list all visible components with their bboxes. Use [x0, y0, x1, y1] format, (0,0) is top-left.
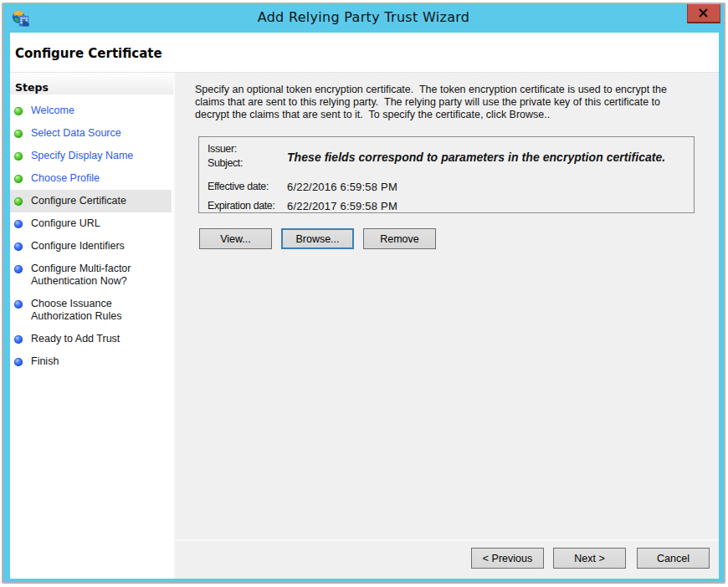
title-bar: Add Relying Party Trust Wizard [3, 4, 724, 33]
remove-button[interactable]: Remove [363, 228, 436, 249]
step-done-dot-icon [14, 197, 23, 206]
effective-date-label: Effective date: [208, 181, 269, 193]
step-label: Specify Display Name [31, 150, 133, 162]
steps-sidebar: Steps Welcome Select Data Source Specify… [10, 73, 173, 579]
next-button[interactable]: Next > [553, 548, 626, 569]
step-item-finish[interactable]: Finish [10, 350, 172, 373]
wizard-window: Add Relying Party Trust Wizard Configure… [2, 3, 725, 584]
step-done-dot-icon [14, 107, 23, 115]
step-label: Configure Identifiers [31, 240, 125, 253]
close-icon [699, 8, 708, 18]
step-todo-dot-icon [14, 242, 23, 251]
step-item-choose-issuance-rules[interactable]: Choose Issuance Authorization Rules [10, 293, 172, 328]
step-done-dot-icon [14, 175, 23, 183]
window-title: Add Relying Party Trust Wizard [3, 4, 724, 33]
expiration-date-label: Expiration date: [208, 200, 274, 212]
step-item-choose-profile[interactable]: Choose Profile [10, 167, 172, 190]
step-done-dot-icon [14, 152, 23, 161]
content-pane: Specify an optional token encryption cer… [175, 73, 719, 579]
view-button[interactable]: View... [199, 228, 272, 249]
step-done-dot-icon [14, 130, 23, 138]
steps-list: Welcome Select Data Source Specify Displ… [10, 100, 172, 373]
step-item-welcome[interactable]: Welcome [10, 100, 172, 122]
step-label: Welcome [31, 105, 74, 117]
step-label: Finish [31, 355, 59, 368]
step-label: Configure Certificate [31, 195, 126, 207]
page-title: Configure Certificate [15, 33, 162, 72]
close-button[interactable] [687, 4, 720, 23]
step-item-configure-multi-factor[interactable]: Configure Multi-factor Authentication No… [10, 258, 172, 293]
step-item-configure-certificate[interactable]: Configure Certificate [10, 190, 172, 212]
wizard-dialog: Configure Certificate Steps Welcome Sele… [10, 33, 719, 579]
cancel-button[interactable]: Cancel [637, 548, 710, 569]
expiration-date-value: 6/22/2017 6:59:58 PM [287, 200, 397, 212]
step-todo-dot-icon [14, 300, 23, 309]
steps-title: Steps [15, 77, 49, 99]
page-header: Configure Certificate [10, 33, 719, 73]
step-label: Select Data Source [31, 127, 121, 140]
step-todo-dot-icon [14, 335, 23, 344]
step-item-ready-to-add-trust[interactable]: Ready to Add Trust [10, 328, 172, 350]
step-todo-dot-icon [14, 265, 23, 273]
step-label: Ready to Add Trust [31, 333, 120, 345]
step-label: Configure URL [31, 217, 100, 230]
subject-label: Subject: [208, 157, 243, 170]
browse-button[interactable]: Browse... [281, 228, 354, 249]
instructions-text: Specify an optional token encryption cer… [195, 84, 684, 121]
annotation-text: These fields correspond to parameters in… [287, 151, 665, 165]
step-todo-dot-icon [14, 358, 23, 366]
steps-header: Steps [10, 73, 173, 94]
footer-separator [175, 539, 719, 541]
step-label: Configure Multi-factor Authentication No… [31, 263, 131, 288]
effective-date-value: 6/22/2016 6:59:58 PM [287, 181, 397, 193]
step-item-configure-url[interactable]: Configure URL [10, 212, 172, 235]
step-item-specify-display-name[interactable]: Specify Display Name [10, 145, 172, 167]
step-label: Choose Issuance Authorization Rules [31, 298, 121, 323]
issuer-label: Issuer: [208, 143, 237, 156]
step-item-select-data-source[interactable]: Select Data Source [10, 122, 172, 145]
previous-button[interactable]: < Previous [471, 548, 544, 569]
step-todo-dot-icon [14, 220, 23, 228]
certificate-groupbox: Issuer: Subject: Effective date: 6/22/20… [198, 136, 695, 213]
step-item-configure-identifiers[interactable]: Configure Identifiers [10, 235, 172, 258]
step-label: Choose Profile [31, 172, 100, 185]
